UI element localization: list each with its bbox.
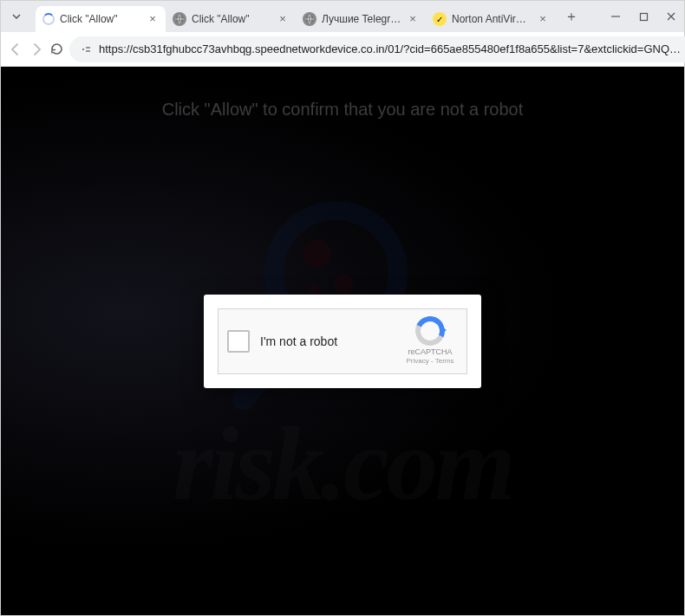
tab-title: Click "Allow"	[192, 13, 271, 25]
tab-title: Norton AntiVirus Prot…	[452, 13, 532, 25]
address-bar[interactable]: https://csb31fghubcc73avhbqg.speednetwor…	[69, 36, 685, 62]
svg-rect-3	[640, 13, 647, 20]
spinner-icon	[42, 13, 55, 25]
window-controls	[610, 1, 684, 32]
recaptcha-badge: reCAPTCHA Privacy - Terms	[402, 316, 458, 365]
watermark-text: risk.com	[1, 405, 684, 524]
site-info-icon[interactable]	[80, 43, 92, 55]
browser-window: Click "Allow" × Click "Allow" × Лучшие T…	[0, 0, 685, 616]
reload-button[interactable]	[49, 36, 64, 62]
minimize-button[interactable]	[610, 10, 622, 23]
arrow-left-icon	[8, 42, 23, 57]
tab-title: Click "Allow"	[60, 13, 141, 25]
close-icon[interactable]: ×	[277, 13, 289, 25]
tab-3[interactable]: Лучшие Telegram ка… ×	[296, 6, 426, 32]
globe-icon	[173, 12, 186, 26]
url-text: https://csb31fghubcc73avhbqg.speednetwor…	[99, 42, 681, 55]
svg-point-4	[82, 49, 84, 50]
tab-search-button[interactable]	[4, 4, 29, 29]
reload-icon	[49, 42, 64, 56]
tab-1[interactable]: Click "Allow" ×	[36, 6, 166, 32]
new-tab-button[interactable]: ＋	[559, 4, 584, 29]
close-icon[interactable]: ×	[407, 13, 419, 25]
norton-icon: ✓	[433, 12, 447, 26]
page-headline: Click "Allow" to confirm that you are no…	[1, 100, 684, 120]
recaptcha-icon	[415, 316, 445, 346]
close-icon[interactable]: ×	[147, 13, 159, 25]
arrow-right-icon	[29, 42, 44, 57]
titlebar: Click "Allow" × Click "Allow" × Лучшие T…	[1, 1, 684, 32]
close-window-button[interactable]	[665, 10, 677, 23]
maximize-button[interactable]	[637, 10, 649, 23]
tab-strip: Click "Allow" × Click "Allow" × Лучшие T…	[30, 1, 610, 32]
captcha-checkbox[interactable]	[227, 330, 250, 353]
recaptcha-links[interactable]: Privacy - Terms	[407, 357, 454, 365]
captcha-label: I'm not a robot	[260, 334, 392, 348]
tab-2[interactable]: Click "Allow" ×	[166, 6, 296, 32]
chevron-down-icon	[11, 11, 22, 22]
back-button[interactable]	[8, 36, 23, 62]
page-viewport: Click "Allow" to confirm that you are no…	[1, 67, 684, 615]
tab-title: Лучшие Telegram ка…	[322, 13, 401, 25]
forward-button[interactable]	[29, 36, 44, 62]
tab-4[interactable]: ✓ Norton AntiVirus Prot… ×	[426, 6, 556, 32]
captcha-card: I'm not a robot reCAPTCHA Privacy - Term…	[204, 295, 481, 388]
captcha-widget: I'm not a robot reCAPTCHA Privacy - Term…	[218, 308, 467, 374]
toolbar: https://csb31fghubcc73avhbqg.speednetwor…	[1, 32, 684, 67]
recaptcha-brand: reCAPTCHA	[402, 347, 458, 357]
close-icon[interactable]: ×	[537, 13, 549, 25]
globe-icon	[303, 12, 316, 26]
